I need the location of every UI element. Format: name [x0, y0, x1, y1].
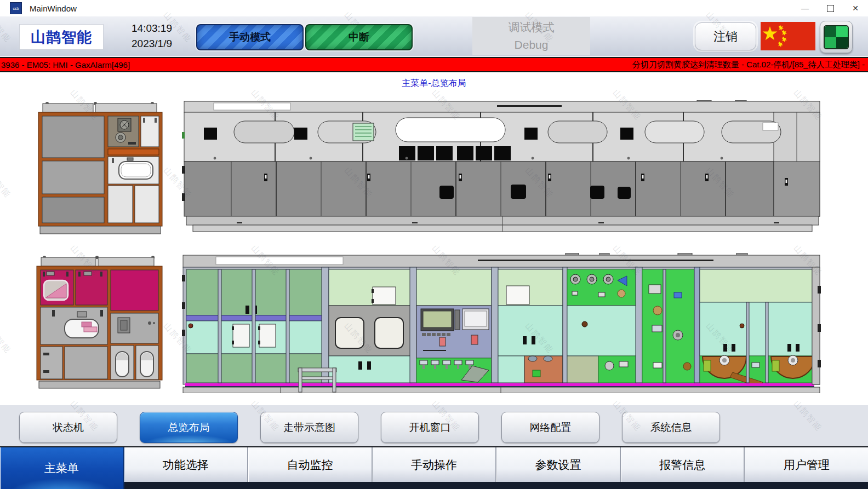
view-button-band: 状态机 总览布局 走带示意图 开机窗口 网络配置 系统信息 [0, 405, 868, 446]
view-button-tape-diagram[interactable]: 走带示意图 [260, 412, 358, 443]
debug-mode-panel: 调试模式 Debug [472, 17, 590, 55]
nav-auto-monitor[interactable]: 自动监控 [248, 447, 373, 482]
china-flag-icon[interactable] [761, 22, 815, 50]
app-icon: csb [10, 2, 22, 14]
machine-svg-line-rear [182, 100, 823, 236]
close-icon[interactable]: ✕ [843, 0, 868, 16]
nav-function-select[interactable]: 功能选择 [124, 447, 249, 482]
bottom-strip [0, 482, 868, 489]
machine-diagram-end-module-front [36, 253, 163, 392]
nav-user-management[interactable]: 用户管理 [745, 447, 868, 482]
clock: 14:03:19 2023/1/9 [116, 21, 187, 51]
watermark-text: 山鹊智能 [0, 165, 13, 200]
machine-svg-end-front [36, 253, 163, 392]
current-date: 2023/1/9 [116, 36, 187, 51]
alarm-banner[interactable]: 3936 - EM05: HMI - GaxAlarm[496] 分切刀切割黄胶… [0, 57, 868, 72]
view-button-network-config[interactable]: 网络配置 [501, 412, 599, 443]
logout-button[interactable]: 注销 [695, 22, 756, 50]
interrupt-button[interactable]: 中断 [305, 24, 413, 50]
machine-svg-end-top [37, 101, 163, 235]
maximize-icon[interactable] [818, 0, 843, 16]
alarm-description-text: 分切刀切割黄胶达到清理数量 - Cat.02-停机/[85_待人工处理类] - [632, 60, 868, 70]
window-controls: — ✕ [792, 0, 868, 16]
company-logo: 山鹊智能 [19, 24, 104, 50]
nav-tiles: 主菜单 功能选择 自动监控 手动操作 参数设置 报警信息 用户管理 [0, 446, 868, 482]
nav-manual-operation[interactable]: 手动操作 [373, 447, 497, 482]
alarm-code-text: 3936 - EM05: HMI - GaxAlarm[496] [0, 60, 130, 70]
view-button-system-info[interactable]: 系统信息 [622, 412, 720, 443]
watermark-text: 山鹊智能 [0, 321, 13, 355]
page-title: 主菜单-总览布局 [0, 78, 868, 89]
machine-svg-line-front [182, 253, 823, 393]
view-button-overview-layout[interactable]: 总览布局 [140, 412, 238, 443]
nav-main-menu[interactable]: 主菜单 [0, 447, 124, 489]
nav-parameter-settings[interactable]: 参数设置 [496, 447, 621, 482]
view-button-state-machine[interactable]: 状态机 [19, 412, 117, 443]
current-time: 14:03:19 [116, 21, 187, 36]
minimize-icon[interactable]: — [792, 0, 818, 16]
status-indicator-icon[interactable] [820, 21, 853, 53]
view-button-startup-window[interactable]: 开机窗口 [381, 412, 479, 443]
header-bar: 山鹊智能 14:03:19 2023/1/9 手动模式 中断 调试模式 Debu… [0, 16, 868, 56]
manual-mode-button[interactable]: 手动模式 [196, 24, 304, 50]
title-bar: csb MainWindow — ✕ [0, 0, 868, 17]
machine-diagram-line-front [182, 253, 823, 393]
window-title: MainWindow [30, 4, 77, 13]
debug-mode-label-cn: 调试模式 [509, 19, 555, 36]
debug-mode-label-en: Debug [515, 36, 549, 54]
machine-diagram-end-module-top [37, 101, 163, 235]
status-checker [824, 25, 849, 49]
nav-alarm-info[interactable]: 报警信息 [621, 447, 745, 482]
main-navigation: 主菜单 功能选择 自动监控 手动操作 参数设置 报警信息 用户管理 [0, 446, 868, 489]
machine-diagram-line-rear [182, 100, 823, 236]
